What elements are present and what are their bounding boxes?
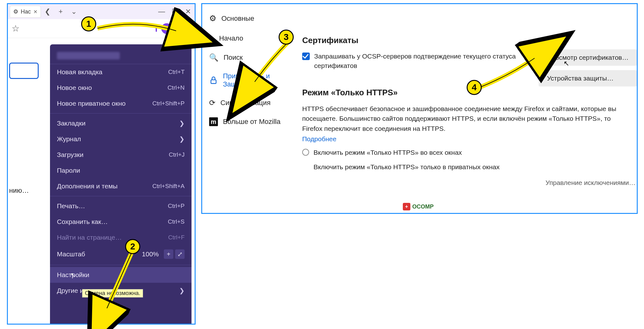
nav-sync[interactable]: ⟳ Синхронизация bbox=[202, 93, 302, 112]
zoom-value: 100% bbox=[142, 250, 159, 258]
menu-label: Сохранить как… bbox=[57, 218, 108, 226]
https-only-description: HTTPS обеспечивает безопасное и зашифров… bbox=[302, 104, 617, 134]
mouse-cursor-icon: ↖ bbox=[70, 271, 76, 279]
home-icon: ⌂ bbox=[209, 33, 214, 43]
menu-label: Масштаб bbox=[57, 250, 85, 258]
menu-label: Закладки bbox=[57, 120, 86, 127]
radio-unchecked-icon[interactable] bbox=[302, 149, 309, 156]
tab-prev-icon[interactable]: ❮ bbox=[41, 5, 54, 18]
nav-label: Поиск bbox=[224, 53, 243, 62]
radio-label: Включить режим «Только HTTPS» только в п… bbox=[314, 162, 500, 171]
menu-label: Новое приватное окно bbox=[57, 100, 125, 107]
https-only-heading: Режим «Только HTTPS» bbox=[302, 88, 630, 98]
menu-shortcut: Ctrl+P bbox=[168, 203, 185, 209]
mouse-cursor-icon: ↖ bbox=[564, 59, 569, 68]
window-close-icon[interactable]: ✕ bbox=[181, 5, 195, 18]
account-name-blurred bbox=[57, 52, 120, 59]
menu-addons[interactable]: Дополнения и темы Ctrl+Shift+A bbox=[50, 178, 192, 194]
menu-account-header[interactable] bbox=[50, 50, 192, 64]
menu-downloads[interactable]: Загрузки Ctrl+J bbox=[50, 147, 192, 163]
menu-shortcut: Ctrl+N bbox=[168, 84, 185, 91]
tab-list-chevron-icon[interactable]: ⌄ bbox=[67, 5, 80, 18]
annotation-badge-1: 1 bbox=[81, 16, 96, 31]
security-devices-button[interactable]: Устройства защиты… bbox=[539, 70, 637, 86]
annotation-badge-2: 2 bbox=[125, 239, 140, 254]
menu-separator bbox=[50, 113, 192, 114]
svg-rect-0 bbox=[211, 80, 216, 84]
menu-separator bbox=[50, 196, 192, 196]
chevron-right-icon: ❯ bbox=[179, 120, 185, 127]
menu-history[interactable]: Журнал ❯ bbox=[50, 131, 192, 147]
menu-label: Пароли bbox=[57, 167, 80, 174]
nav-label: Синхронизация bbox=[220, 99, 270, 107]
menu-new-tab[interactable]: Новая вкладка Ctrl+T bbox=[50, 64, 192, 80]
search-icon: 🔍 bbox=[209, 53, 219, 62]
lock-icon bbox=[209, 76, 218, 85]
zoom-fullscreen-button[interactable]: ⤢ bbox=[175, 249, 185, 259]
annotation-badge-4: 4 bbox=[467, 80, 482, 95]
menu-shortcut: Ctrl+J bbox=[169, 151, 185, 158]
page-stub-box bbox=[9, 63, 39, 79]
watermark-text: OCOMP bbox=[412, 204, 434, 210]
watermark-plus-icon: + bbox=[403, 203, 410, 210]
menu-shortcut: Ctrl+F bbox=[168, 234, 185, 241]
annotation-badge-3: 3 bbox=[279, 30, 294, 45]
nav-label: Больше от Mozilla bbox=[223, 118, 280, 126]
menu-label: Печать… bbox=[57, 202, 85, 210]
hamburger-menu-icon[interactable] bbox=[182, 25, 191, 32]
menu-shortcut: Ctrl+Shift+P bbox=[153, 100, 185, 107]
menu-label: Найти на странице… bbox=[57, 234, 122, 241]
sync-icon: ⟳ bbox=[209, 98, 215, 107]
menu-label: Дополнения и темы bbox=[57, 182, 118, 190]
menu-save-as[interactable]: Сохранить как… Ctrl+S bbox=[50, 214, 192, 230]
menu-print[interactable]: Печать… Ctrl+P bbox=[50, 198, 192, 214]
menu-shortcut: Ctrl+T bbox=[168, 69, 185, 75]
menu-bookmarks[interactable]: Закладки ❯ bbox=[50, 115, 192, 131]
page-stub-text: нию… bbox=[9, 187, 29, 195]
nav-label: Начало bbox=[219, 34, 243, 42]
menu-label: Новое окно bbox=[57, 84, 92, 92]
menu-passwords[interactable]: Пароли bbox=[50, 163, 192, 178]
annotation-arrow-1 bbox=[82, 16, 182, 41]
tab-title: Нас bbox=[21, 8, 31, 15]
menu-label: Журнал bbox=[57, 135, 81, 143]
tab-settings[interactable]: ⚙ Нас ✕ bbox=[10, 6, 41, 18]
menu-new-window[interactable]: Новое окно Ctrl+N bbox=[50, 80, 192, 96]
nav-label: Основные bbox=[221, 14, 254, 23]
certificates-heading: Сертификаты bbox=[302, 36, 630, 45]
menu-shortcut: Ctrl+S bbox=[168, 218, 185, 225]
settings-content: Сертификаты Запрашивать у OCSP-серверов … bbox=[302, 4, 637, 213]
menu-label: Загрузки bbox=[57, 151, 84, 159]
annotation-arrow-3 bbox=[245, 35, 302, 91]
mozilla-icon: m bbox=[209, 117, 218, 126]
https-all-windows-radio[interactable]: Включить режим «Только HTTPS» во всех ок… bbox=[302, 148, 522, 157]
nav-general[interactable]: ⚙ Основные bbox=[202, 8, 302, 28]
menu-new-private-window[interactable]: Новое приватное окно Ctrl+Shift+P bbox=[50, 96, 192, 111]
menu-shortcut: Ctrl+Shift+A bbox=[153, 183, 185, 190]
nav-more-from-mozilla[interactable]: m Больше от Mozilla bbox=[202, 112, 302, 131]
zoom-in-button[interactable]: + bbox=[164, 249, 173, 259]
radio-label: Включить режим «Только HTTPS» во всех ок… bbox=[314, 148, 462, 157]
gear-icon: ⚙ bbox=[209, 14, 216, 23]
https-private-only-radio[interactable]: Включить режим «Только HTTPS» только в п… bbox=[302, 162, 522, 171]
menu-label: Новая вкладка bbox=[57, 68, 103, 76]
chevron-right-icon: ❯ bbox=[179, 135, 185, 143]
manage-exceptions-button[interactable]: Управление исключениями… bbox=[546, 179, 636, 187]
view-certificates-button[interactable]: Просмотр сертификатов… bbox=[539, 49, 637, 66]
watermark: + OCOMP bbox=[403, 203, 434, 210]
close-tab-icon[interactable]: ✕ bbox=[33, 9, 37, 15]
chevron-right-icon: ❯ bbox=[179, 287, 185, 294]
https-learn-more-link[interactable]: Подробнее bbox=[302, 135, 630, 143]
new-tab-plus-icon[interactable]: + bbox=[54, 5, 67, 18]
checkbox-checked-icon[interactable] bbox=[302, 53, 310, 60]
star-icon[interactable]: ☆ bbox=[12, 23, 19, 34]
gear-icon: ⚙ bbox=[13, 8, 18, 15]
